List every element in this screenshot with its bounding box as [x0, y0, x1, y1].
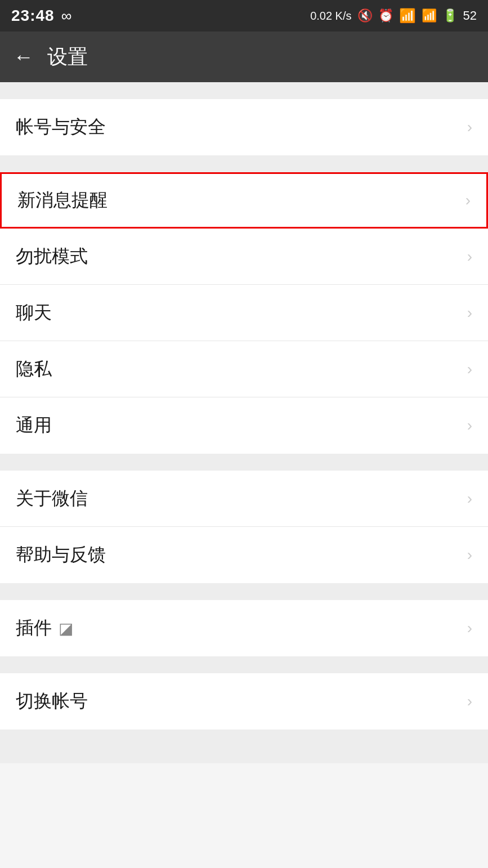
settings-group-plugins: 插件 ◪ ›: [0, 600, 488, 656]
settings-group-notifications: 新消息提醒 › 勿扰模式 › 聊天 › 隐私 › 通用 ›: [0, 172, 488, 454]
new-message-label: 新消息提醒: [17, 188, 108, 213]
do-not-disturb-label: 勿扰模式: [16, 244, 88, 269]
mute-icon: 🔇: [357, 8, 373, 23]
alarm-icon: ⏰: [378, 8, 393, 23]
section-separator-5: [0, 656, 488, 673]
battery-icon: 🔋: [442, 8, 458, 23]
wifi-icon: 📶: [399, 8, 416, 24]
settings-item-account-security[interactable]: 帐号与安全 ›: [0, 99, 488, 155]
settings-item-switch-account[interactable]: 切换帐号 ›: [0, 673, 488, 730]
privacy-label: 隐私: [16, 357, 52, 382]
settings-item-plugins[interactable]: 插件 ◪ ›: [0, 600, 488, 656]
status-right: 0.02 K/s 🔇 ⏰ 📶 📶 🔋 52: [310, 8, 477, 24]
settings-item-general[interactable]: 通用 ›: [0, 397, 488, 454]
chevron-icon: ›: [465, 191, 471, 209]
settings-item-new-message[interactable]: 新消息提醒 ›: [0, 172, 488, 229]
signal-bars-icon: 📶: [422, 8, 437, 23]
chevron-icon: ›: [467, 490, 472, 508]
general-label: 通用: [16, 413, 52, 438]
chat-label: 聊天: [16, 301, 52, 325]
settings-group-about: 关于微信 › 帮助与反馈 ›: [0, 471, 488, 583]
section-separator-4: [0, 583, 488, 600]
status-infinity: ∞: [61, 7, 72, 25]
section-separator-2: [0, 155, 488, 172]
status-time: 23:48: [11, 7, 55, 25]
settings-item-about-wechat[interactable]: 关于微信 ›: [0, 471, 488, 527]
settings-group-switch: 切换帐号 ›: [0, 673, 488, 730]
settings-item-chat[interactable]: 聊天 ›: [0, 285, 488, 341]
settings-item-privacy[interactable]: 隐私 ›: [0, 341, 488, 397]
status-left: 23:48 ∞: [11, 7, 71, 25]
page-title: 设置: [47, 43, 88, 71]
settings-item-do-not-disturb[interactable]: 勿扰模式 ›: [0, 229, 488, 285]
section-separator-bottom: [0, 730, 488, 763]
back-button[interactable]: ←: [14, 47, 34, 67]
settings-group-account: 帐号与安全 ›: [0, 99, 488, 155]
plugin-settings-icon: ◪: [59, 619, 73, 638]
plugins-label: 插件 ◪: [16, 616, 73, 641]
switch-account-label: 切换帐号: [16, 689, 88, 714]
chevron-icon: ›: [467, 360, 472, 378]
chevron-icon: ›: [467, 619, 472, 637]
battery-level: 52: [463, 8, 477, 23]
section-separator-3: [0, 454, 488, 471]
chevron-icon: ›: [467, 304, 472, 322]
help-feedback-label: 帮助与反馈: [16, 543, 106, 567]
network-speed: 0.02 K/s: [310, 10, 351, 23]
about-wechat-label: 关于微信: [16, 486, 88, 511]
status-bar: 23:48 ∞ 0.02 K/s 🔇 ⏰ 📶 📶 🔋 52: [0, 0, 488, 32]
title-bar: ← 设置: [0, 32, 488, 82]
chevron-icon: ›: [467, 546, 472, 564]
chevron-icon: ›: [467, 692, 472, 710]
chevron-icon: ›: [467, 417, 472, 435]
section-separator-1: [0, 82, 488, 99]
account-security-label: 帐号与安全: [16, 115, 106, 140]
chevron-icon: ›: [467, 248, 472, 266]
settings-item-help-feedback[interactable]: 帮助与反馈 ›: [0, 527, 488, 583]
chevron-icon: ›: [467, 118, 472, 136]
